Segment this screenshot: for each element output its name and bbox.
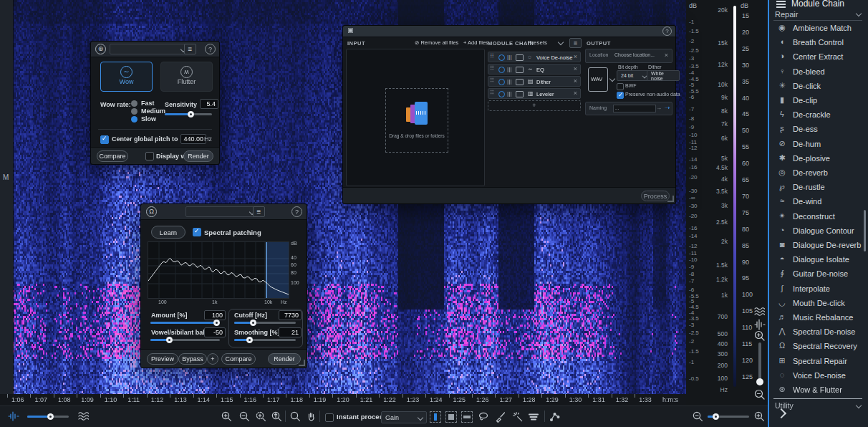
vertical-zoom-in-icon[interactable] bbox=[753, 330, 766, 342]
cutoff-value[interactable]: 7730 bbox=[279, 310, 302, 320]
vowel-balance-slider[interactable] bbox=[150, 339, 220, 341]
spectral-recovery-titlebar[interactable]: Ω ≡ ? bbox=[141, 204, 307, 220]
preset-select[interactable] bbox=[185, 206, 259, 217]
module-panel-icon[interactable] bbox=[516, 79, 524, 85]
module-panel-icon[interactable] bbox=[516, 67, 524, 73]
sidebar-item-spectral-repair[interactable]: ⊞Spectral Repair bbox=[769, 355, 867, 369]
drag-handle-icon[interactable]: ⠿ bbox=[490, 77, 493, 84]
render-button[interactable]: Render bbox=[183, 150, 213, 162]
chain-menu-button[interactable]: ≡ bbox=[569, 38, 582, 48]
chain-module-eq[interactable]: ⠿ ꞁꞁꞁ ∼ EQ × bbox=[488, 64, 581, 75]
display-wow-checkbox[interactable] bbox=[145, 152, 154, 160]
repair-section-header[interactable]: Repair bbox=[773, 9, 862, 21]
waveform-scale-icon[interactable] bbox=[7, 410, 20, 423]
hand-grab-tool-icon[interactable] bbox=[305, 411, 318, 423]
naming-field[interactable]: ... bbox=[613, 105, 656, 112]
zoom-reset-icon[interactable] bbox=[271, 411, 284, 423]
sidebar-item-dialogue-contour[interactable]: ◔Dialogue Contour bbox=[769, 224, 867, 239]
sidebar-item-deconstruct[interactable]: ✴Deconstruct bbox=[769, 210, 867, 224]
drag-handle-icon[interactable]: ⠿ bbox=[490, 65, 493, 72]
sidebar-item-de-bleed[interactable]: ♀De-bleed bbox=[769, 65, 867, 80]
sidebar-item-ambience-match[interactable]: ◉Ambience Match bbox=[769, 21, 867, 36]
spectrogram-scale-icon[interactable] bbox=[77, 410, 90, 423]
zoom-out-icon[interactable] bbox=[238, 411, 251, 423]
sidebar-item-interpolate[interactable]: ∫Interpolate bbox=[769, 282, 867, 297]
expand-panel-arrow-icon[interactable] bbox=[776, 408, 786, 418]
sidebar-item-de-reverb[interactable]: ◎De-reverb bbox=[769, 166, 867, 181]
draw-curve-tool-icon[interactable] bbox=[549, 411, 561, 423]
remove-module-icon[interactable]: × bbox=[574, 90, 577, 97]
process-mode-select[interactable]: Gain bbox=[381, 411, 427, 423]
module-settings-icon[interactable]: ꞁꞁꞁ bbox=[507, 54, 512, 60]
sidebar-item-de-wind[interactable]: ≈De-wind bbox=[769, 195, 867, 209]
sensitivity-value[interactable]: 5.4 bbox=[200, 99, 218, 109]
wow-rate-radio-fast[interactable] bbox=[131, 100, 138, 107]
tab-wow[interactable]: ∼ Wow bbox=[100, 62, 153, 92]
sidebar-item-dialogue-de-reverb[interactable]: ◙Dialogue De-reverb bbox=[769, 239, 867, 253]
sidebar-item-guitar-de-noise[interactable]: ∮Guitar De-noise bbox=[769, 267, 867, 282]
remove-module-icon[interactable]: × bbox=[574, 65, 577, 72]
sidebar-item-de-plosive[interactable]: ✱De-plosive bbox=[769, 152, 867, 166]
preset-select[interactable] bbox=[110, 44, 190, 54]
preset-menu-button[interactable]: ≡ bbox=[184, 44, 196, 54]
spectral-patching-checkbox[interactable] bbox=[193, 228, 201, 236]
learn-button[interactable]: Learn bbox=[151, 226, 185, 239]
module-settings-icon[interactable]: ꞁꞁꞁ bbox=[507, 90, 512, 97]
bwf-checkbox[interactable] bbox=[617, 83, 624, 90]
help-icon[interactable]: ? bbox=[291, 206, 302, 217]
remove-all-files-button[interactable]: ⊘ Remove all files bbox=[415, 39, 458, 46]
cutoff-slider[interactable] bbox=[234, 322, 296, 324]
magnify-tool-icon[interactable] bbox=[289, 411, 302, 423]
chain-module-voice-de-noise[interactable]: ⠿ ꞁꞁꞁ ◌ Voice De-noise × bbox=[488, 52, 581, 62]
lasso-selection-tool-icon[interactable] bbox=[477, 411, 490, 423]
drag-handle-icon[interactable]: ⠿ bbox=[490, 53, 493, 59]
wow-rate-radio-medium[interactable] bbox=[131, 108, 138, 115]
sidebar-item-voice-de-noise[interactable]: ◌Voice De-noise bbox=[769, 369, 867, 383]
amount-slider[interactable] bbox=[150, 322, 220, 324]
sidebar-item-de-hum[interactable]: ⊘De-hum bbox=[769, 138, 867, 152]
sidebar-item-de-crackle[interactable]: ϟDe-crackle bbox=[769, 108, 867, 123]
time-selection-tool-icon[interactable] bbox=[430, 411, 441, 423]
spectrum-graph[interactable] bbox=[148, 241, 289, 299]
compare-button[interactable]: Compare bbox=[97, 150, 128, 162]
smoothing-slider[interactable] bbox=[234, 339, 296, 341]
clear-location-icon[interactable]: × bbox=[665, 52, 668, 59]
naming-arrow-icon[interactable]: → bbox=[656, 105, 662, 111]
preset-menu-button[interactable]: ≡ bbox=[253, 206, 265, 217]
sidebar-item-de-ess[interactable]: ʂDe-ess bbox=[769, 123, 867, 137]
file-dropzone[interactable]: Drag & drop files or folders bbox=[385, 88, 448, 153]
add-files-button[interactable]: + Add files bbox=[463, 39, 488, 46]
chain-module-leveler[interactable]: ⠿ ꞁꞁꞁ ▥ Leveler × bbox=[488, 88, 581, 99]
sidebar-item-spectral-recovery[interactable]: ΩSpectral Recovery bbox=[769, 340, 867, 354]
naming-token-icon[interactable]: ⇢ bbox=[665, 105, 670, 111]
center-pitch-value[interactable]: 440.00 bbox=[180, 134, 206, 144]
help-icon[interactable]: ? bbox=[662, 27, 672, 36]
remove-module-icon[interactable]: × bbox=[574, 77, 577, 85]
sensitivity-slider[interactable] bbox=[165, 113, 212, 115]
preserve-non-audio-checkbox[interactable] bbox=[617, 92, 624, 99]
amount-value[interactable]: 100 bbox=[204, 310, 226, 320]
sidebar-item-dialogue-isolate[interactable]: ◓Dialogue Isolate bbox=[769, 253, 867, 267]
frequency-selection-tool-icon[interactable] bbox=[461, 411, 473, 423]
waveform-spectrogram-blend-slider[interactable] bbox=[27, 416, 69, 418]
sidebar-item-breath-control[interactable]: ◖Breath Control bbox=[769, 36, 867, 50]
compare-button[interactable]: Compare bbox=[221, 353, 256, 365]
vowel-balance-value[interactable]: -50 bbox=[204, 327, 226, 337]
center-pitch-checkbox[interactable] bbox=[100, 135, 109, 144]
module-settings-icon[interactable]: ꞁꞁꞁ bbox=[507, 66, 512, 72]
resize-handle[interactable] bbox=[667, 196, 674, 202]
module-power-icon[interactable] bbox=[498, 79, 505, 85]
sidebar-item-center-extract[interactable]: ◑Center Extract bbox=[769, 50, 867, 64]
module-settings-icon[interactable]: ꞁꞁꞁ bbox=[507, 78, 512, 85]
zoom-in-icon[interactable] bbox=[221, 411, 233, 423]
module-power-icon[interactable] bbox=[498, 54, 505, 61]
location-field[interactable]: Choose location... bbox=[614, 52, 655, 57]
help-icon[interactable]: ? bbox=[205, 44, 216, 54]
add-module-button[interactable]: + bbox=[488, 100, 581, 111]
output-format-box[interactable]: WAV bbox=[588, 67, 608, 92]
preview-button[interactable]: Preview bbox=[147, 353, 178, 365]
harmonic-selection-tool-icon[interactable] bbox=[527, 411, 540, 423]
zoom-to-selection-icon[interactable] bbox=[255, 411, 268, 423]
batch-window-titlebar[interactable]: ▣ ? bbox=[343, 26, 675, 37]
bypass-button[interactable]: Bypass bbox=[178, 353, 207, 365]
